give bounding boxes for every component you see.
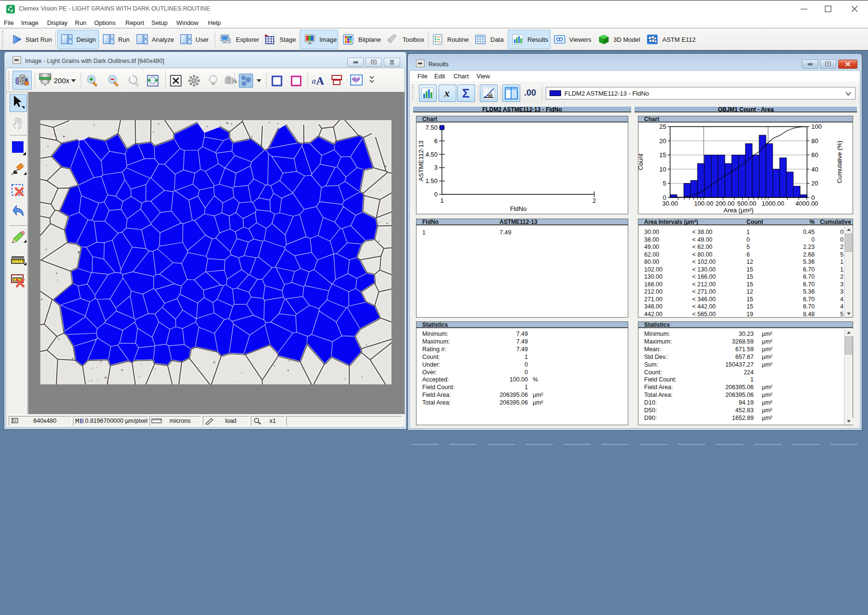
svg-text:6: 6 [434,137,438,145]
svg-text:20: 20 [660,137,666,145]
svg-text:10: 10 [660,166,666,173]
svg-text:2: 2 [592,197,596,204]
svg-text:4000.00: 4000.00 [795,200,818,207]
svg-text:30.00: 30.00 [662,200,678,207]
svg-text:100.00: 100.00 [694,200,713,207]
svg-text:Area (µm²): Area (µm²) [723,207,753,214]
svg-text:1000.00: 1000.00 [762,200,784,207]
svg-text:80: 80 [811,137,818,145]
svg-text:4.50: 4.50 [426,151,438,158]
svg-text:60: 60 [811,151,818,159]
svg-text:%: % [489,93,492,98]
svg-text:FldNo: FldNo [510,205,527,212]
svg-text:1: 1 [440,197,443,204]
svg-text:7.50: 7.50 [426,124,438,131]
svg-text:1.50: 1.50 [426,177,438,184]
svg-text:200.00: 200.00 [715,200,734,207]
svg-text:500.00: 500.00 [737,200,757,207]
svg-text:x: x [444,87,450,99]
svg-text:5: 5 [663,180,666,187]
svg-text:100: 100 [811,123,822,130]
svg-text:3: 3 [434,164,438,171]
svg-text:0: 0 [434,191,438,198]
svg-text:15: 15 [660,151,666,159]
svg-text:40: 40 [811,166,818,173]
svg-text:20: 20 [811,180,818,187]
svg-text:25: 25 [660,123,666,130]
svg-text:Count: Count [638,153,644,170]
svg-text:Cumulative (%): Cumulative (%) [836,141,843,184]
svg-text:A: A [316,75,324,87]
svg-text:a: a [312,76,316,86]
svg-text:Σ: Σ [462,86,470,100]
svg-text:ASTME112-13: ASTME112-13 [417,141,425,181]
